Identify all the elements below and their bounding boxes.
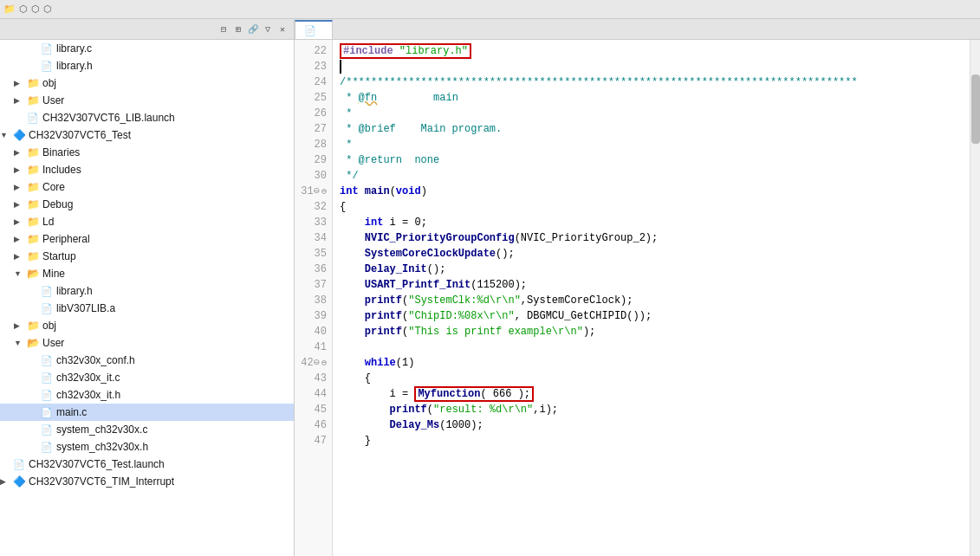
tree-arrow[interactable]: ▶	[14, 235, 26, 243]
tree-label: ch32v30x_conf.h	[56, 354, 135, 366]
tree-item-library_h_1[interactable]: 📄library.h	[0, 57, 294, 74]
tree-item-user_1[interactable]: ▶📁User	[0, 92, 294, 109]
tab-main-c[interactable]: 📄	[295, 20, 333, 39]
code-line-42: while(1)	[340, 355, 963, 371]
tree-arrow[interactable]: ▶	[14, 252, 26, 261]
tree-item-core[interactable]: ▶📁Core	[0, 178, 294, 196]
code-line-47: }	[340, 433, 963, 449]
editor-vscroll-thumb[interactable]	[971, 74, 980, 144]
tree-label: Peripheral	[42, 233, 90, 245]
toolbar-icon-2[interactable]: ⬡	[19, 3, 28, 15]
tree-label: Includes	[42, 164, 81, 176]
code-content[interactable]: #include "library.h"/*******************…	[333, 40, 970, 556]
editor-panel: 📄 22232425262728293031⊖32333435363738394…	[295, 19, 980, 556]
tree-arrow[interactable]: ▶	[14, 217, 26, 226]
tree-item-ch32v30x_it_h[interactable]: 📄ch32v30x_it.h	[0, 386, 294, 404]
tree-label: CH32V307VCT6_Test.launch	[29, 458, 165, 470]
tree-icon-folder: 📁	[26, 164, 40, 176]
tree-label: library.h	[56, 285, 93, 297]
tree-item-startup[interactable]: ▶📁Startup	[0, 248, 294, 265]
line-num-45: 45	[300, 402, 327, 417]
editor-vscroll[interactable]	[970, 40, 980, 556]
cursor	[340, 60, 341, 74]
tree-arrow[interactable]: ▼	[14, 269, 26, 278]
line-num-25: 25	[300, 90, 327, 106]
code-line-35: SystemCoreClockUpdate();	[340, 246, 963, 262]
tree-item-library_c_1[interactable]: 📄library.c	[0, 40, 294, 57]
tree-item-user_2[interactable]: ▼📂User	[0, 334, 294, 352]
tree-arrow[interactable]: ▶	[14, 321, 26, 330]
tree-label: system_ch32v30x.h	[56, 441, 148, 453]
tree-icon-project: 🔷	[12, 129, 26, 141]
tree-item-binaries[interactable]: ▶📁Binaries	[0, 144, 294, 161]
tree-icon-file-c: 📄	[40, 42, 54, 55]
tree-container[interactable]: 📄library.c 📄library.h▶📁obj▶📁User 📄CH32V3…	[0, 40, 294, 556]
toolbar-icon-4[interactable]: ⬡	[43, 3, 52, 15]
panel-icon-link[interactable]: 🔗	[247, 23, 259, 36]
panel-icon-collapse[interactable]: ⊟	[217, 23, 230, 36]
toolbar-icon-3[interactable]: ⬡	[31, 3, 40, 15]
tree-icon-file-c: 📄	[40, 372, 54, 384]
tree-item-ch32v30x_it_c[interactable]: 📄ch32v30x_it.c	[0, 369, 294, 386]
tree-item-ch32v307_tim_interrupt[interactable]: ▶🔷CH32V307VCT6_TIM_Interrupt	[0, 473, 294, 490]
tree-arrow[interactable]: ▼	[14, 339, 26, 347]
tree-item-main_c[interactable]: 📄main.c	[0, 404, 294, 421]
tree-item-obj_2[interactable]: ▶📁obj	[0, 317, 294, 334]
line-num-32: 32	[300, 199, 327, 215]
tree-item-libv307lib_a[interactable]: 📄libV307LIB.a	[0, 300, 294, 317]
tree-item-peripheral[interactable]: ▶📁Peripheral	[0, 230, 294, 248]
tree-icon-file-h: 📄	[40, 60, 54, 72]
tree-arrow[interactable]: ▶	[14, 183, 26, 191]
code-line-37: USART_Printf_Init(115200);	[340, 277, 963, 293]
panel-icon-close[interactable]: ✕	[276, 23, 289, 36]
tree-item-ch32v307_test[interactable]: ▼🔷CH32V307VCT6_Test	[0, 126, 294, 144]
line-num-24: 24	[300, 74, 327, 90]
tree-label: main.c	[56, 406, 87, 418]
line-num-40: 40	[300, 324, 327, 339]
tree-icon-file-c: 📄	[40, 423, 54, 436]
tree-item-ch32v30x_conf[interactable]: 📄ch32v30x_conf.h	[0, 352, 294, 369]
tree-arrow[interactable]: ▶	[14, 165, 26, 174]
tree-label: CH32V307VCT6_Test	[29, 129, 131, 141]
line-num-33: 33	[300, 215, 327, 230]
tree-arrow[interactable]: ▶	[14, 79, 26, 87]
tree-arrow[interactable]: ▶	[14, 148, 26, 157]
tree-arrow[interactable]: ▶	[14, 96, 26, 105]
code-line-22: #include "library.h"	[340, 43, 963, 59]
toolbar-icon-1[interactable]: 📁	[3, 3, 16, 15]
tree-item-debug[interactable]: ▶📁Debug	[0, 196, 294, 213]
tree-item-ch32v307_launch[interactable]: 📄CH32V307VCT6_LIB.launch	[0, 109, 294, 126]
tree-item-obj_1[interactable]: ▶📁obj	[0, 74, 294, 92]
tree-item-mine[interactable]: ▼📂Mine	[0, 265, 294, 282]
tree-icon-folder: 📁	[26, 216, 40, 228]
panel-header: ⊟ ⊞ 🔗 ▽ ✕	[0, 19, 294, 40]
tree-label: User	[42, 337, 64, 349]
tab-icon: 📄	[304, 25, 316, 36]
tree-icon-folder: 📁	[26, 320, 40, 332]
tree-arrow[interactable]: ▶	[14, 200, 26, 209]
tab-bar: 📄	[295, 19, 980, 40]
tree-item-system_ch32v30x_c[interactable]: 📄system_ch32v30x.c	[0, 421, 294, 438]
panel-icon-menu[interactable]: ▽	[262, 23, 274, 36]
tree-label: User	[42, 94, 64, 107]
tree-item-includes[interactable]: ▶📁Includes	[0, 161, 294, 178]
code-line-36: Delay_Init();	[340, 262, 963, 277]
tree-item-system_ch32v30x_h[interactable]: 📄system_ch32v30x.h	[0, 438, 294, 456]
line-num-42: 42⊖	[300, 355, 327, 371]
panel-icon-expand[interactable]: ⊞	[232, 23, 244, 36]
code-line-28: *	[340, 137, 963, 152]
code-line-46: Delay_Ms(1000);	[340, 417, 963, 433]
tree-icon-file: 📄	[12, 458, 26, 470]
tree-item-ch32v307_test_launch[interactable]: 📄CH32V307VCT6_Test.launch	[0, 456, 294, 473]
tree-item-ld[interactable]: ▶📁Ld	[0, 213, 294, 230]
tree-item-library_h_mine[interactable]: 📄library.h	[0, 282, 294, 300]
tree-label: library.h	[56, 60, 93, 72]
code-line-41	[340, 339, 963, 355]
tree-arrow[interactable]: ▶	[0, 477, 12, 486]
line-num-35: 35	[300, 246, 327, 262]
tree-arrow[interactable]: ▼	[0, 131, 12, 139]
line-num-28: 28	[300, 137, 327, 152]
editor-area: 22232425262728293031⊖3233343536373839404…	[295, 40, 970, 556]
tree-label: Startup	[42, 250, 76, 262]
line-num-41: 41	[300, 339, 327, 355]
